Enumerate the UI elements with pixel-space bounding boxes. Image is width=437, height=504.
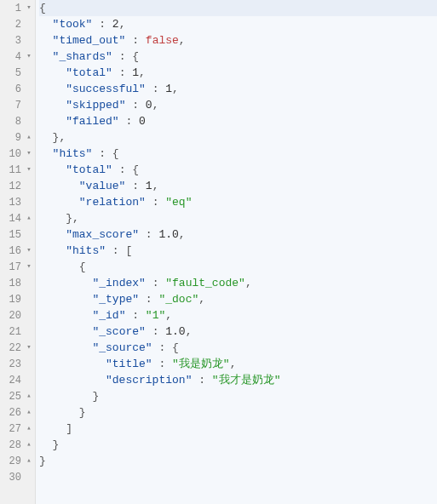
token-pn: : { [92, 147, 118, 160]
token-pn [39, 66, 66, 79]
code-line[interactable]: "took" : 2, [39, 16, 437, 32]
code-line[interactable]: } [39, 388, 437, 404]
line-number: 13 [9, 197, 25, 209]
code-line[interactable]: ] [39, 421, 437, 437]
token-pn [39, 18, 53, 31]
fold-close-icon[interactable]: ▴ [25, 392, 33, 400]
code-line[interactable] [39, 469, 437, 485]
fold-open-icon[interactable]: ▾ [25, 150, 33, 158]
gutter-line: 26▴ [0, 404, 35, 421]
token-nm: "total" [66, 66, 112, 79]
token-nm: "total" [66, 163, 112, 176]
token-pn: : { [112, 163, 139, 176]
fold-close-icon[interactable]: ▴ [25, 215, 33, 222]
line-number: 10 [9, 148, 25, 160]
code-line[interactable]: "total" : 1, [39, 65, 437, 81]
token-pn: : { [112, 50, 139, 63]
token-pn: , [165, 309, 172, 322]
code-line[interactable]: "_shards" : { [39, 49, 437, 65]
line-number: 20 [9, 310, 25, 322]
code-line[interactable]: "hits" : { [39, 146, 437, 162]
token-pn: , [152, 99, 159, 112]
line-number: 18 [9, 278, 25, 289]
token-pn: : [119, 115, 139, 128]
code-line[interactable]: "value" : 1, [39, 178, 437, 194]
line-number: 19 [9, 294, 25, 306]
token-pn: { [39, 261, 86, 273]
code-line[interactable]: "timed_out" : false, [39, 32, 437, 49]
token-pn: : [125, 180, 145, 192]
token-pn [39, 83, 66, 95]
code-line[interactable]: } [39, 404, 437, 421]
fold-close-icon[interactable]: ▴ [25, 425, 33, 432]
token-str: "1" [146, 309, 165, 322]
code-line[interactable]: } [39, 453, 437, 469]
code-line[interactable]: { [39, 259, 437, 275]
token-num: 1 [132, 66, 139, 79]
token-pn: : [125, 34, 145, 47]
code-line[interactable]: "_type" : "_doc", [39, 291, 437, 307]
fold-close-icon[interactable]: ▴ [25, 457, 33, 465]
line-number: 15 [9, 229, 25, 241]
code-line[interactable]: "_source" : { [39, 340, 437, 356]
fold-close-icon[interactable]: ▴ [25, 134, 33, 141]
line-number: 22 [9, 342, 25, 354]
gutter-line: 8 [0, 113, 35, 129]
fold-open-icon[interactable]: ▾ [25, 53, 33, 60]
code-line[interactable]: "max_score" : 1.0, [39, 226, 437, 243]
code-line[interactable]: "description" : "我才是奶龙" [39, 372, 437, 388]
fold-open-icon[interactable]: ▾ [25, 247, 33, 255]
token-pn: , [186, 325, 193, 338]
token-pn: , [179, 228, 186, 241]
code-line[interactable]: "title" : "我是奶龙", [39, 356, 437, 372]
code-line[interactable]: "hits" : [ [39, 243, 437, 259]
token-pn: } [39, 390, 99, 403]
token-nm: "hits" [53, 147, 93, 160]
fold-open-icon[interactable]: ▾ [25, 4, 33, 12]
line-number: 1 [15, 3, 25, 14]
fold-open-icon[interactable]: ▾ [25, 344, 33, 352]
fold-open-icon[interactable]: ▾ [25, 263, 33, 271]
token-pn: : [125, 99, 145, 112]
token-pn: , [245, 277, 252, 289]
code-line[interactable]: "successful" : 1, [39, 81, 437, 97]
code-editor[interactable]: 1▾234▾56789▴10▾11▾121314▴1516▾17▾1819202… [0, 0, 437, 504]
gutter-line: 5 [0, 65, 35, 81]
token-num: 1 [165, 83, 172, 95]
token-nm: "_source" [92, 341, 152, 354]
gutter-line: 22▾ [0, 340, 35, 356]
line-number: 2 [15, 19, 25, 31]
token-nm: "relation" [79, 196, 146, 209]
fold-open-icon[interactable]: ▾ [25, 166, 33, 174]
code-line[interactable]: } [39, 437, 437, 453]
code-line[interactable]: "failed" : 0 [39, 113, 437, 129]
token-str: "fault_code" [165, 277, 245, 289]
code-line[interactable]: { [39, 0, 437, 16]
code-line[interactable]: "_id" : "1", [39, 307, 437, 324]
code-area[interactable]: { "took" : 2, "timed_out" : false, "_sha… [36, 0, 437, 504]
code-line[interactable]: "_index" : "fault_code", [39, 275, 437, 291]
code-line[interactable]: "relation" : "eq" [39, 194, 437, 210]
code-line[interactable]: "_score" : 1.0, [39, 324, 437, 340]
fold-close-icon[interactable]: ▴ [25, 409, 33, 416]
gutter-line: 11▾ [0, 162, 35, 178]
token-nm: "_score" [92, 325, 145, 338]
code-line[interactable]: "skipped" : 0, [39, 97, 437, 113]
token-pn [39, 34, 53, 47]
gutter-line: 29▴ [0, 453, 35, 469]
token-pn [39, 358, 106, 370]
token-pn [39, 228, 66, 241]
fold-close-icon[interactable]: ▴ [25, 441, 33, 449]
code-line[interactable]: }, [39, 129, 437, 146]
gutter-line: 19 [0, 291, 35, 307]
token-pn: : [152, 358, 172, 370]
token-pn: } [39, 438, 59, 451]
gutter-line: 7 [0, 97, 35, 113]
code-line[interactable]: "total" : { [39, 162, 437, 178]
gutter-line: 27▴ [0, 421, 35, 437]
token-num: 0 [139, 115, 146, 128]
token-nm: "value" [79, 180, 126, 192]
code-line[interactable]: }, [39, 210, 437, 226]
token-pn: : [146, 277, 165, 289]
token-pn [39, 277, 92, 289]
